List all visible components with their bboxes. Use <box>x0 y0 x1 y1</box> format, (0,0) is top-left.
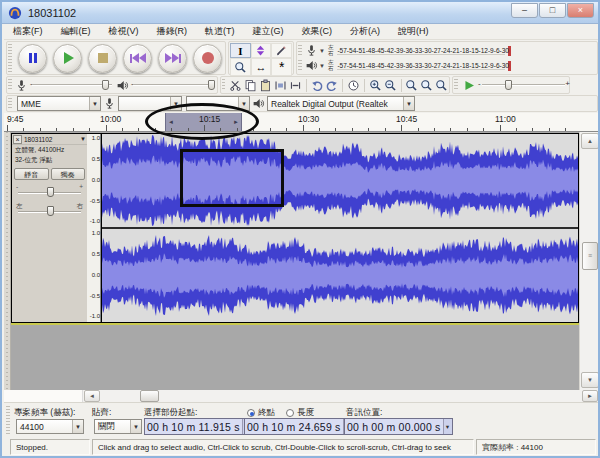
menu-tracks[interactable]: 軌道(T) <box>196 25 244 38</box>
scroll-right-icon[interactable]: ► <box>582 390 598 402</box>
draw-tool-button[interactable] <box>271 43 292 58</box>
menu-edit[interactable]: 編輯(E) <box>52 25 100 38</box>
pan-slider[interactable]: 左 右 <box>16 202 83 218</box>
fit-project-button[interactable] <box>420 78 434 93</box>
paste-button[interactable] <box>259 78 273 93</box>
scroll-up-icon[interactable]: ▲ <box>581 133 599 149</box>
skip-to-end-button[interactable] <box>158 44 187 73</box>
project-rate-select[interactable]: 44100▼ <box>16 419 84 434</box>
timeshift-tool-button[interactable]: ↔ <box>251 58 272 76</box>
track-close-icon[interactable]: × <box>13 135 22 144</box>
meter-db-label: -51 <box>356 62 365 69</box>
skip-to-start-button[interactable] <box>123 44 152 73</box>
sync-lock-button[interactable] <box>347 78 361 93</box>
chevron-down-icon[interactable]: ▼ <box>319 63 325 69</box>
toolbar-grip[interactable] <box>298 60 302 71</box>
audio-host-select[interactable]: MME▼ <box>17 96 101 111</box>
selection-start-field[interactable]: 00 h 10 m 11.915 s▼ <box>144 418 252 435</box>
slider-thumb[interactable] <box>208 80 215 90</box>
scroll-left-icon[interactable]: ◄ <box>84 390 100 402</box>
toolbar-grip[interactable] <box>298 45 302 56</box>
ruler-tick <box>483 128 484 131</box>
toolbar-grip[interactable] <box>8 79 12 91</box>
play-button[interactable] <box>53 44 82 73</box>
selection-end-field[interactable]: 00 h 10 m 24.659 s▼ <box>244 418 353 435</box>
title-bar[interactable]: 18031102 – □ × <box>2 2 598 24</box>
playback-meter[interactable]: ▼ 左右 -57-54-51-48-45-42-39-36-33-30-27-2… <box>297 58 597 73</box>
chevron-down-icon[interactable]: ▼ <box>319 48 325 54</box>
radio-end[interactable] <box>247 409 255 417</box>
vertical-scroll-thumb[interactable] <box>582 242 598 270</box>
ruler-tick <box>319 128 320 131</box>
solo-button[interactable]: 獨奏 <box>51 168 86 180</box>
ruler-tick <box>23 128 24 131</box>
zoom-tool-button[interactable] <box>230 58 251 76</box>
selection-tool-button[interactable]: I <box>230 43 251 58</box>
zoom-toggle-button[interactable] <box>435 78 449 93</box>
menu-view[interactable]: 檢視(V) <box>100 25 148 38</box>
slider-thumb[interactable] <box>47 206 54 216</box>
recording-channels-select[interactable]: ▼ <box>186 96 250 111</box>
slider-thumb[interactable] <box>102 80 109 90</box>
maximize-button[interactable]: □ <box>539 3 566 18</box>
close-button[interactable]: × <box>567 3 594 18</box>
vertical-scale-ruler[interactable]: 1.00.50.0-0.5-1.0 1.00.50.0-0.5-1.0 <box>87 134 101 322</box>
record-button[interactable] <box>193 44 222 73</box>
toolbar-grip[interactable] <box>8 44 12 72</box>
audio-position-field[interactable]: 00 h 00 m 00.000 s▼ <box>344 418 453 435</box>
minimize-button[interactable]: – <box>511 3 538 18</box>
waveform-display[interactable] <box>101 134 578 322</box>
menu-generate[interactable]: 建立(G) <box>244 25 293 38</box>
waveform-channel-right[interactable] <box>102 229 578 322</box>
slider-thumb[interactable] <box>505 80 512 90</box>
playback-speed-slider[interactable]: - + <box>482 80 565 90</box>
fit-selection-button[interactable] <box>405 78 419 93</box>
playback-volume-slider[interactable]: - <box>133 80 213 90</box>
toolbar-grip[interactable] <box>222 79 225 91</box>
toolbar-grip[interactable] <box>454 79 458 91</box>
undo-button[interactable] <box>310 78 324 93</box>
mixer-toolbar: - - <box>6 76 218 94</box>
multi-tool-button[interactable]: * <box>271 58 292 76</box>
waveform-channel-left[interactable] <box>102 134 578 227</box>
gain-slider[interactable]: - + <box>16 183 83 199</box>
stop-button[interactable] <box>88 44 117 73</box>
timeline-ruler[interactable]: ◄ ► 9:45 10:00 10:15 10:30 10:45 11:00 <box>4 113 599 132</box>
radio-length[interactable] <box>286 409 294 417</box>
horizontal-scroll-thumb[interactable] <box>140 390 159 402</box>
menu-file[interactable]: 檔案(F) <box>4 25 52 38</box>
track-menu-chevron-icon[interactable]: ▼ <box>80 136 86 142</box>
slider-thumb[interactable] <box>47 187 54 197</box>
toolbar-grip[interactable] <box>8 98 12 109</box>
recording-volume-slider[interactable]: - <box>32 80 112 90</box>
silence-audio-button[interactable] <box>288 78 302 93</box>
menu-effect[interactable]: 效果(C) <box>293 25 342 38</box>
meter-db-label: -15 <box>469 47 478 54</box>
vertical-scrollbar[interactable]: ▲ ▼ <box>579 132 599 390</box>
envelope-tool-button[interactable] <box>251 43 272 58</box>
playback-device-select[interactable]: Realtek Digital Output (Realtek▼ <box>267 96 415 111</box>
horizontal-scrollbar[interactable]: ◄ ► <box>4 390 599 402</box>
scroll-down-icon[interactable]: ▼ <box>581 372 599 388</box>
copy-button[interactable] <box>244 78 258 93</box>
menu-help[interactable]: 說明(H) <box>389 25 438 38</box>
waveform-svg[interactable] <box>102 229 578 322</box>
redo-button[interactable] <box>325 78 339 93</box>
snap-select[interactable]: 關閉▼ <box>94 419 142 434</box>
recording-device-select[interactable]: ▼ <box>118 96 182 111</box>
toolbar-grip[interactable] <box>6 406 10 435</box>
menu-analyze[interactable]: 分析(A) <box>341 25 389 38</box>
zoom-in-button[interactable] <box>368 78 382 93</box>
play-at-speed-button[interactable] <box>462 78 478 93</box>
vertical-scale-channel-2: 1.00.50.0-0.5-1.0 <box>87 229 101 322</box>
ruler-time-label: 10:45 <box>396 114 417 124</box>
trim-audio-button[interactable] <box>274 78 288 93</box>
cut-button[interactable] <box>229 78 243 93</box>
waveform-svg[interactable] <box>102 134 578 227</box>
menu-transport[interactable]: 播錄(R) <box>148 25 197 38</box>
meter-db-label: -51 <box>356 47 365 54</box>
recording-meter[interactable]: ▼ 左右 -57-54-51-48-45-42-39-36-33-30-27-2… <box>297 43 597 58</box>
pause-button[interactable] <box>18 44 47 73</box>
zoom-out-button[interactable] <box>383 78 397 93</box>
mute-button[interactable]: 靜音 <box>14 168 49 180</box>
